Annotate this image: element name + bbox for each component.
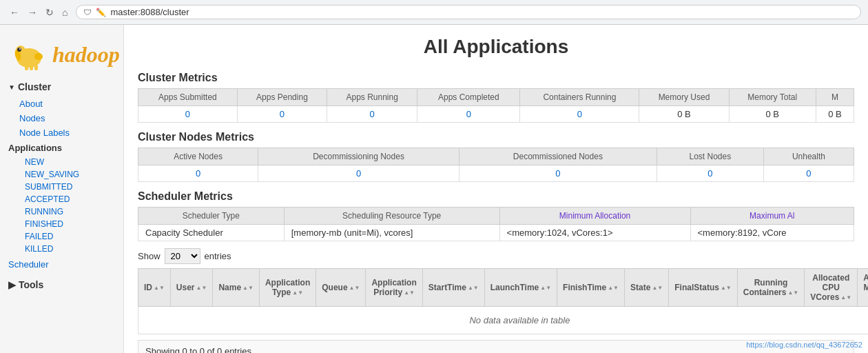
col-containers-running: Containers Running xyxy=(520,89,639,106)
sidebar-item-running[interactable]: RUNNING xyxy=(19,205,123,218)
apps-submitted-val[interactable]: 0 xyxy=(138,106,238,123)
col-finish-time[interactable]: FinishTime▲▼ xyxy=(557,269,625,307)
col-scheduler-type: Scheduler Type xyxy=(138,208,285,225)
col-unhealthy-nodes: Unhealth xyxy=(763,148,854,165)
entries-label: entries xyxy=(205,251,231,261)
sidebar-app-links: NEW NEW_SAVING SUBMITTED ACCEPTED RUNNIN… xyxy=(0,156,123,255)
decommissioning-nodes-val[interactable]: 0 xyxy=(258,165,459,182)
sidebar-item-new[interactable]: NEW xyxy=(19,156,123,168)
col-apps-pending: Apps Pending xyxy=(237,89,327,106)
browser-bar: ← → ↻ ⌂ 🛡 ✏️ master:8088/cluster xyxy=(0,0,868,25)
scheduler-type-val: Capacity Scheduler xyxy=(138,225,285,241)
col-allocated-cpu[interactable]: AllocatedCPUVCores▲▼ xyxy=(805,269,858,307)
sidebar-item-new-saving[interactable]: NEW_SAVING xyxy=(19,168,123,181)
svg-point-3 xyxy=(17,48,21,52)
watermark[interactable]: https://blog.csdn.net/qq_43672652 xyxy=(746,341,862,349)
no-data-row: No data available in table xyxy=(138,307,869,334)
col-lost-nodes: Lost Nodes xyxy=(657,148,763,165)
memory-used-val: 0 B xyxy=(639,106,729,123)
apps-running-val[interactable]: 0 xyxy=(327,106,417,123)
url-text: master:8088/cluster xyxy=(110,7,189,17)
address-bar[interactable]: 🛡 ✏️ master:8088/cluster xyxy=(76,5,861,19)
minimum-allocation-val: <memory:1024, vCores:1> xyxy=(499,225,690,241)
col-minimum-allocation: Minimum Allocation xyxy=(499,208,690,225)
col-apps-running: Apps Running xyxy=(327,89,417,106)
main-content: All Applications Cluster Metrics Apps Su… xyxy=(124,25,868,353)
sidebar-item-failed[interactable]: FAILED xyxy=(19,230,123,243)
cluster-metrics-title: Cluster Metrics xyxy=(138,72,854,84)
home-button[interactable]: ⌂ xyxy=(59,6,70,19)
lock-icon: ✏️ xyxy=(96,8,106,17)
cluster-nodes-table: Active Nodes Decommissioning Nodes Decom… xyxy=(138,148,854,182)
apps-pending-val[interactable]: 0 xyxy=(237,106,327,123)
lost-nodes-val[interactable]: 0 xyxy=(657,165,763,182)
sidebar-item-killed[interactable]: KILLED xyxy=(19,243,123,255)
col-running-containers[interactable]: RunningContainers▲▼ xyxy=(737,269,805,307)
col-start-time[interactable]: StartTime▲▼ xyxy=(422,269,484,307)
scheduler-metrics-title: Scheduler Metrics xyxy=(138,190,854,203)
no-data-message: No data available in table xyxy=(138,307,869,334)
col-user[interactable]: User▲▼ xyxy=(170,269,213,307)
col-launch-time[interactable]: LaunchTime▲▼ xyxy=(484,269,557,307)
cluster-nodes-row: 0 0 0 0 0 xyxy=(138,165,854,182)
sidebar-item-submitted[interactable]: SUBMITTED xyxy=(19,181,123,193)
col-application-type[interactable]: ApplicationType▲▼ xyxy=(259,269,316,307)
forward-button[interactable]: → xyxy=(25,6,40,19)
show-select[interactable]: 10 20 25 50 100 xyxy=(165,248,200,264)
tools-label: Tools xyxy=(19,279,43,290)
col-name[interactable]: Name▲▼ xyxy=(213,269,260,307)
sidebar-item-node-labels[interactable]: Node Labels xyxy=(11,125,123,140)
cluster-metrics-row: 0 0 0 0 0 0 B 0 B 0 B xyxy=(138,106,854,123)
active-nodes-val[interactable]: 0 xyxy=(138,165,258,182)
shield-icon: 🛡 xyxy=(83,8,92,17)
browser-nav: ← → ↻ ⌂ xyxy=(7,6,70,19)
maximum-allocation-val: <memory:8192, vCore xyxy=(690,225,854,241)
sidebar: hadoop ▼ Cluster About Nodes Node Labels… xyxy=(0,25,124,353)
sidebar-item-scheduler[interactable]: Scheduler xyxy=(0,255,123,274)
app-container: hadoop ▼ Cluster About Nodes Node Labels… xyxy=(0,25,868,353)
unhealthy-nodes-val[interactable]: 0 xyxy=(763,165,854,182)
apps-completed-val[interactable]: 0 xyxy=(417,106,520,123)
col-active-nodes: Active Nodes xyxy=(138,148,258,165)
svg-rect-6 xyxy=(30,65,33,70)
elephant-logo xyxy=(8,37,50,72)
m-val: 0 B xyxy=(816,106,854,123)
sidebar-item-finished[interactable]: FINISHED xyxy=(19,218,123,230)
decommissioned-nodes-val[interactable]: 0 xyxy=(459,165,657,182)
svg-point-8 xyxy=(34,53,43,60)
sidebar-item-about[interactable]: About xyxy=(11,97,123,111)
scheduler-row: Capacity Scheduler [memory-mb (unit=Mi),… xyxy=(138,225,854,241)
col-application-priority[interactable]: ApplicationPriority▲▼ xyxy=(366,269,422,307)
cluster-nodes-title: Cluster Nodes Metrics xyxy=(138,131,854,143)
sidebar-tools-toggle[interactable]: ▶ Tools xyxy=(0,274,123,296)
tools-arrow: ▶ xyxy=(8,279,16,290)
show-label: Show xyxy=(138,251,161,261)
hadoop-brand-text: hadoop xyxy=(52,42,120,68)
sidebar-cluster-links: About Nodes Node Labels xyxy=(0,97,123,140)
col-allocated-memory[interactable]: AllocateMemoryMB xyxy=(858,269,868,307)
scheduler-metrics-table: Scheduler Type Scheduling Resource Type … xyxy=(138,207,854,241)
col-memory-used: Memory Used xyxy=(639,89,729,106)
show-entries-row: Show 10 20 25 50 100 entries xyxy=(138,248,854,264)
back-button[interactable]: ← xyxy=(7,6,22,19)
col-queue[interactable]: Queue▲▼ xyxy=(316,269,366,307)
col-final-status[interactable]: FinalStatus▲▼ xyxy=(669,269,738,307)
col-id[interactable]: ID▲▼ xyxy=(138,269,171,307)
sidebar-item-nodes[interactable]: Nodes xyxy=(11,111,123,125)
col-decommissioned-nodes: Decommissioned Nodes xyxy=(459,148,657,165)
col-apps-completed: Apps Completed xyxy=(417,89,520,106)
svg-rect-5 xyxy=(25,65,28,70)
memory-total-val: 0 B xyxy=(729,106,816,123)
sidebar-item-accepted[interactable]: ACCEPTED xyxy=(19,193,123,205)
cluster-label: Cluster xyxy=(18,81,51,92)
sidebar-cluster-toggle[interactable]: ▼ Cluster xyxy=(0,77,123,97)
page-title: All Applications xyxy=(138,36,854,58)
reload-button[interactable]: ↻ xyxy=(43,6,56,19)
scheduling-resource-val: [memory-mb (unit=Mi), vcores] xyxy=(284,225,499,241)
col-state[interactable]: State▲▼ xyxy=(625,269,669,307)
svg-point-4 xyxy=(19,48,21,50)
svg-rect-7 xyxy=(34,65,38,70)
col-scheduling-resource-type: Scheduling Resource Type xyxy=(284,208,499,225)
containers-running-val[interactable]: 0 xyxy=(520,106,639,123)
cluster-arrow: ▼ xyxy=(8,83,15,91)
